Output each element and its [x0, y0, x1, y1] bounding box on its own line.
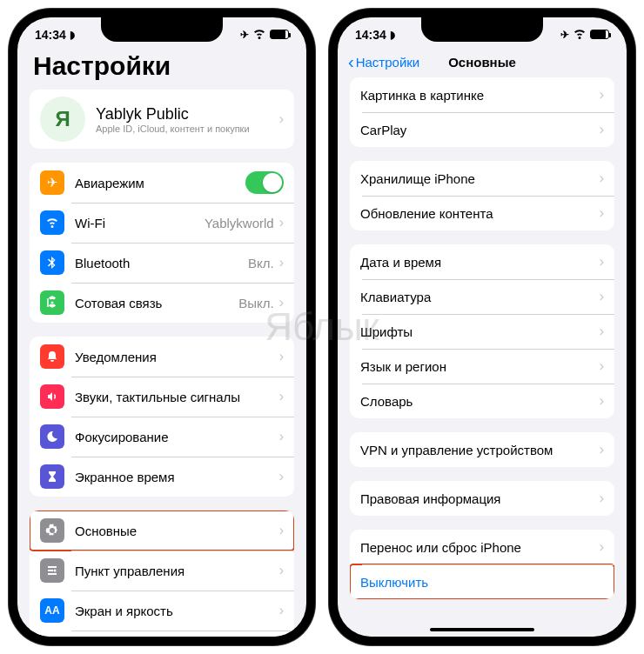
- sounds-row[interactable]: Звуки, тактильные сигналы ›: [30, 377, 294, 417]
- group-a: Картинка в картинке › CarPlay ›: [350, 77, 614, 147]
- nav-bar: ‹ Настройки Основные: [338, 46, 627, 77]
- status-time: 14:34: [35, 28, 66, 42]
- chevron-right-icon: ›: [279, 429, 284, 444]
- storage-row[interactable]: Хранилище iPhone ›: [350, 161, 614, 196]
- carplay-row[interactable]: CarPlay ›: [350, 112, 614, 147]
- chevron-right-icon: ›: [279, 255, 284, 270]
- chevron-right-icon: ›: [279, 563, 284, 578]
- row-value: Вкл.: [248, 256, 274, 270]
- hourglass-icon: [40, 464, 64, 489]
- row-label: Выключить: [360, 575, 604, 590]
- profile-name: Yablyk Public: [96, 105, 279, 123]
- general-row[interactable]: Основные ›: [30, 511, 294, 551]
- row-label: Словарь: [360, 394, 600, 409]
- row-value: Yablykworld: [205, 216, 274, 230]
- display-row[interactable]: AA Экран и яркость ›: [30, 591, 294, 631]
- airplane-icon: ✈: [40, 170, 64, 195]
- nav-title: Основные: [448, 55, 516, 70]
- home-indicator[interactable]: [430, 628, 534, 631]
- chevron-right-icon: ›: [279, 295, 284, 310]
- bluetooth-row[interactable]: Bluetooth Вкл. ›: [30, 243, 294, 283]
- notch: [421, 17, 543, 42]
- phone-left: 14:34 ◗ ✈ Настройки Я Yablyk Public Appl…: [9, 9, 315, 645]
- chevron-right-icon: ›: [600, 254, 604, 270]
- dnd-icon: ◗: [70, 29, 75, 41]
- bluetooth-icon: [40, 250, 64, 275]
- wifi-icon: [252, 26, 266, 43]
- profile-sub: Apple ID, iCloud, контент и покупки: [96, 123, 279, 134]
- group-b: Хранилище iPhone › Обновление контента ›: [350, 161, 614, 230]
- row-label: Основные: [75, 524, 279, 538]
- profile-group: Я Yablyk Public Apple ID, iCloud, контен…: [30, 90, 294, 149]
- chevron-right-icon: ›: [600, 442, 604, 457]
- moon-icon: [40, 424, 64, 449]
- cellular-row[interactable]: Сотовая связь Выкл. ›: [30, 283, 294, 323]
- wifi-row[interactable]: Wi-Fi Yablykworld ›: [30, 203, 294, 243]
- chevron-right-icon: ›: [600, 122, 604, 137]
- bell-icon: [40, 344, 64, 369]
- chevron-right-icon: ›: [600, 205, 604, 221]
- control-center-row[interactable]: Пункт управления ›: [30, 551, 294, 591]
- keyboard-row[interactable]: Клавиатура ›: [350, 279, 614, 314]
- airplane-mode-row[interactable]: ✈ Авиарежим: [30, 163, 294, 203]
- pip-row[interactable]: Картинка в картинке ›: [350, 77, 614, 112]
- row-label: Правовая информация: [360, 491, 600, 506]
- home-screen-row[interactable]: Экран «Домой» ›: [30, 631, 294, 637]
- notifications-row[interactable]: Уведомления ›: [30, 337, 294, 377]
- dnd-icon: ◗: [390, 29, 395, 41]
- group-d: VPN и управление устройством ›: [350, 432, 614, 467]
- background-refresh-row[interactable]: Обновление контента ›: [350, 196, 614, 230]
- chevron-right-icon: ›: [279, 215, 284, 230]
- focus-row[interactable]: Фокусирование ›: [30, 417, 294, 457]
- back-button[interactable]: ‹ Настройки: [348, 52, 419, 72]
- chevron-right-icon: ›: [600, 324, 604, 339]
- row-value: Выкл.: [238, 296, 273, 310]
- chevron-right-icon: ›: [279, 349, 284, 364]
- wifi-icon: [40, 210, 64, 235]
- row-label: Фокусирование: [75, 430, 279, 444]
- gear-icon: [40, 518, 64, 543]
- chevron-right-icon: ›: [600, 539, 604, 555]
- row-label: VPN и управление устройством: [360, 443, 600, 457]
- language-region-row[interactable]: Язык и регион ›: [350, 349, 614, 384]
- row-label: Язык и регион: [360, 359, 600, 374]
- battery-icon: [270, 30, 289, 39]
- back-label: Настройки: [356, 55, 420, 70]
- row-label: Перенос или сброс iPhone: [360, 540, 600, 555]
- svg-point-1: [54, 570, 57, 572]
- airplane-toggle[interactable]: [245, 171, 284, 194]
- transfer-reset-row[interactable]: Перенос или сброс iPhone ›: [350, 530, 614, 564]
- screentime-row[interactable]: Экранное время ›: [30, 457, 294, 497]
- group-c: Дата и время › Клавиатура › Шрифты › Язы…: [350, 244, 614, 418]
- date-time-row[interactable]: Дата и время ›: [350, 244, 614, 279]
- connectivity-group: ✈ Авиарежим Wi-Fi Yablykworld › Bluetoot…: [30, 163, 294, 323]
- shutdown-row[interactable]: Выключить: [350, 564, 614, 599]
- chevron-right-icon: ›: [600, 358, 604, 374]
- speaker-icon: [40, 384, 64, 409]
- legal-row[interactable]: Правовая информация ›: [350, 481, 614, 516]
- chevron-right-icon: ›: [279, 111, 284, 127]
- dictionary-row[interactable]: Словарь ›: [350, 384, 614, 418]
- row-label: Экранное время: [75, 470, 279, 484]
- text-size-icon: AA: [40, 598, 64, 623]
- row-label: Wi-Fi: [75, 216, 205, 230]
- notch: [101, 17, 223, 42]
- fonts-row[interactable]: Шрифты ›: [350, 314, 614, 349]
- row-label: Пункт управления: [75, 564, 279, 578]
- row-label: Экран и яркость: [75, 604, 279, 618]
- row-label: Клавиатура: [360, 290, 600, 304]
- avatar: Я: [40, 97, 85, 142]
- apple-id-row[interactable]: Я Yablyk Public Apple ID, iCloud, контен…: [30, 90, 294, 149]
- chevron-right-icon: ›: [600, 490, 604, 506]
- chevron-right-icon: ›: [600, 289, 604, 304]
- vpn-row[interactable]: VPN и управление устройством ›: [350, 432, 614, 467]
- chevron-right-icon: ›: [279, 523, 284, 538]
- cellular-icon: [40, 290, 64, 315]
- row-label: Авиарежим: [75, 176, 245, 190]
- phone-right: 14:34 ◗ ✈ ‹ Настройки Основные Картинка …: [329, 9, 635, 645]
- chevron-right-icon: ›: [600, 87, 604, 103]
- chevron-right-icon: ›: [279, 603, 284, 618]
- screen-left: 14:34 ◗ ✈ Настройки Я Yablyk Public Appl…: [17, 17, 306, 637]
- chevron-right-icon: ›: [600, 170, 604, 186]
- row-label: Шрифты: [360, 324, 600, 339]
